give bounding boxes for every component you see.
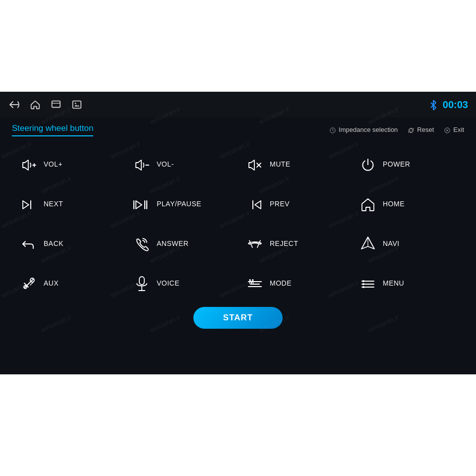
reject-cell[interactable]: REJECT bbox=[238, 224, 351, 263]
back-cell[interactable]: BACK bbox=[12, 224, 125, 263]
vol-plus-icon bbox=[20, 156, 38, 172]
vol-minus-icon bbox=[133, 156, 151, 172]
menu-icon bbox=[359, 275, 377, 291]
svg-rect-0 bbox=[52, 101, 60, 108]
vol-minus-label: VOL- bbox=[157, 160, 174, 168]
reject-label: REJECT bbox=[270, 239, 298, 247]
power-cell[interactable]: POWER bbox=[351, 144, 464, 184]
reset-action[interactable]: Reset bbox=[408, 126, 434, 134]
voice-cell[interactable]: VOICE bbox=[125, 263, 238, 303]
svg-line-23 bbox=[30, 282, 33, 285]
svg-point-35 bbox=[362, 283, 364, 285]
navbar: 00:03 bbox=[0, 92, 476, 118]
home-cell[interactable]: HOME bbox=[351, 184, 464, 224]
answer-cell[interactable]: ANSWER bbox=[125, 224, 238, 263]
exit-icon bbox=[444, 126, 451, 134]
page-title: Steering wheel button bbox=[12, 123, 93, 136]
svg-rect-24 bbox=[139, 277, 144, 285]
reset-label: Reset bbox=[417, 126, 434, 133]
svg-text:M: M bbox=[249, 278, 254, 285]
reject-icon bbox=[246, 236, 264, 251]
home-label: HOME bbox=[383, 200, 405, 208]
exit-action[interactable]: Exit bbox=[444, 126, 464, 134]
content-area: Steering wheel button Impedance selectio… bbox=[0, 118, 476, 335]
vol-plus-cell[interactable]: VOL+ bbox=[12, 144, 125, 184]
navi-label: NAVI bbox=[383, 239, 400, 247]
voice-label: VOICE bbox=[157, 279, 179, 287]
home-btn-icon bbox=[359, 196, 377, 212]
start-button[interactable]: START bbox=[193, 307, 283, 329]
time-display: 00:03 bbox=[443, 99, 468, 111]
reset-icon bbox=[408, 126, 415, 134]
svg-point-36 bbox=[362, 286, 364, 288]
play-pause-cell[interactable]: PLAY/PAUSE bbox=[125, 184, 238, 224]
play-pause-icon bbox=[133, 196, 151, 211]
vol-minus-cell[interactable]: VOL- bbox=[125, 144, 238, 184]
title-actions: Impedance selection Reset bbox=[329, 126, 464, 134]
svg-point-34 bbox=[362, 280, 364, 282]
menu-label: MENU bbox=[383, 279, 404, 287]
mode-cell[interactable]: M MODE bbox=[238, 263, 351, 303]
bluetooth-icon bbox=[429, 99, 438, 110]
impedance-label: Impedance selection bbox=[339, 126, 398, 133]
next-icon bbox=[20, 196, 38, 211]
button-grid: VOL+ VOL- bbox=[12, 144, 464, 303]
start-btn-container: START bbox=[12, 307, 464, 329]
prev-icon bbox=[246, 196, 264, 211]
navi-cell[interactable]: NAVI bbox=[351, 224, 464, 263]
top-whitespace bbox=[0, 0, 476, 92]
impedance-icon bbox=[329, 126, 336, 134]
mode-icon: M bbox=[246, 275, 264, 291]
next-cell[interactable]: NEXT bbox=[12, 184, 125, 224]
aux-cell[interactable]: AUX bbox=[12, 263, 125, 303]
next-label: NEXT bbox=[44, 200, 63, 208]
screenshot-nav-icon[interactable] bbox=[71, 99, 82, 110]
menu-cell[interactable]: MENU bbox=[351, 263, 464, 303]
home-nav-icon[interactable] bbox=[30, 99, 41, 110]
vol-plus-label: VOL+ bbox=[44, 160, 62, 168]
answer-label: ANSWER bbox=[157, 239, 188, 247]
bottom-whitespace bbox=[0, 374, 476, 476]
answer-icon bbox=[133, 236, 151, 251]
aux-label: AUX bbox=[44, 279, 59, 287]
voice-icon bbox=[133, 275, 151, 291]
title-row: Steering wheel button Impedance selectio… bbox=[12, 123, 464, 136]
power-icon bbox=[359, 156, 377, 172]
mute-label: MUTE bbox=[270, 160, 291, 168]
nav-left bbox=[8, 99, 82, 111]
back-nav-icon[interactable] bbox=[8, 99, 20, 111]
main-screen: wincairan.ir wincairan.ir wincairan.ir w… bbox=[0, 92, 476, 374]
impedance-selection-action[interactable]: Impedance selection bbox=[329, 126, 398, 134]
play-pause-label: PLAY/PAUSE bbox=[157, 200, 201, 208]
nav-right: 00:03 bbox=[429, 99, 468, 111]
prev-label: PREV bbox=[270, 200, 290, 208]
navi-icon bbox=[359, 235, 377, 251]
multiwindow-nav-icon[interactable] bbox=[51, 99, 61, 110]
svg-rect-2 bbox=[73, 101, 81, 109]
back-btn-icon bbox=[20, 236, 38, 251]
power-label: POWER bbox=[383, 160, 410, 168]
mode-label: MODE bbox=[270, 279, 292, 287]
svg-point-3 bbox=[75, 103, 76, 104]
mute-cell[interactable]: MUTE bbox=[238, 144, 351, 184]
back-label: BACK bbox=[44, 239, 63, 247]
prev-cell[interactable]: PREV bbox=[238, 184, 351, 224]
mute-icon bbox=[246, 156, 264, 172]
exit-label: Exit bbox=[453, 126, 464, 133]
aux-icon bbox=[20, 275, 38, 291]
